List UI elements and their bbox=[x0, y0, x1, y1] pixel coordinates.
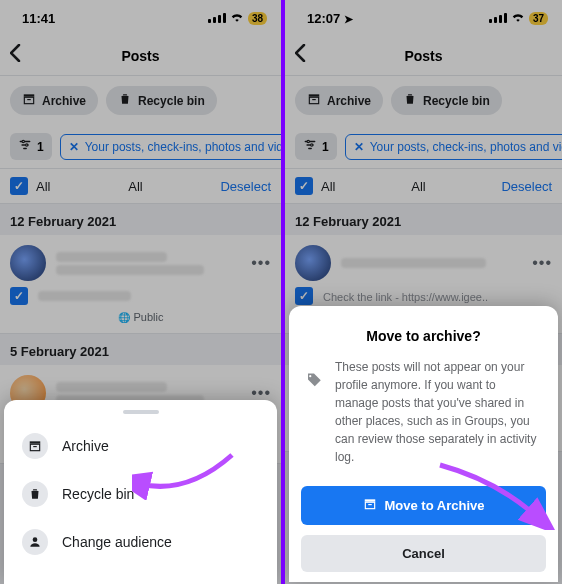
select-all-checkbox[interactable]: ✓ bbox=[295, 177, 313, 195]
filter-icon bbox=[303, 138, 317, 155]
post-privacy: Public bbox=[134, 311, 164, 323]
post-subtext: Check the link - https://www.igee.. bbox=[323, 291, 552, 303]
post-content bbox=[56, 249, 241, 278]
svg-rect-16 bbox=[368, 504, 372, 505]
phone-left: 11:41 38 Posts bbox=[0, 0, 281, 584]
svg-rect-11 bbox=[312, 99, 316, 100]
archive-icon bbox=[22, 92, 36, 109]
trash-icon bbox=[403, 92, 417, 109]
svg-rect-10 bbox=[309, 97, 318, 103]
pill-bar: Archive Recycle bin bbox=[285, 76, 562, 125]
deselect-link[interactable]: Deselect bbox=[501, 179, 552, 194]
post-checkbox[interactable]: ✓ bbox=[295, 287, 313, 305]
status-time: 11:41 bbox=[22, 11, 55, 26]
filter-chip-label: Your posts, check-ins, photos and videos bbox=[370, 140, 562, 154]
back-button[interactable] bbox=[295, 44, 319, 67]
filter-button[interactable]: 1 bbox=[10, 133, 52, 160]
close-icon[interactable]: ✕ bbox=[354, 140, 364, 154]
svg-rect-15 bbox=[365, 502, 374, 508]
svg-rect-0 bbox=[24, 94, 35, 96]
archive-icon bbox=[363, 497, 377, 514]
filter-chip[interactable]: ✕ Your posts, check-ins, photos and vide… bbox=[60, 134, 281, 160]
dialog-title: Move to archive? bbox=[301, 328, 546, 344]
sheet-audience-label: Change audience bbox=[62, 534, 172, 550]
back-button[interactable] bbox=[10, 44, 34, 67]
sheet-archive[interactable]: Archive bbox=[4, 422, 277, 470]
svg-point-13 bbox=[311, 144, 313, 146]
sheet-recycle-label: Recycle bin bbox=[62, 486, 134, 502]
cancel-button-label: Cancel bbox=[402, 546, 445, 561]
svg-rect-2 bbox=[27, 99, 31, 100]
filter-bar: 1 ✕ Your posts, check-ins, photos and vi… bbox=[0, 125, 281, 169]
post-content bbox=[341, 255, 522, 271]
date-header: 12 February 2021 bbox=[0, 204, 281, 235]
svg-point-8 bbox=[33, 537, 38, 542]
post-card: ••• ✓ 🌐 Public bbox=[0, 235, 281, 334]
sheet-recycle[interactable]: Recycle bin bbox=[4, 470, 277, 518]
pill-bar: Archive Recycle bin bbox=[0, 76, 281, 125]
date-header: 12 February 2021 bbox=[285, 204, 562, 235]
page-header: Posts bbox=[285, 36, 562, 76]
page-title: Posts bbox=[319, 48, 552, 64]
svg-rect-1 bbox=[24, 97, 33, 103]
archive-pill-label: Archive bbox=[327, 94, 371, 108]
signal-icon bbox=[489, 13, 507, 23]
recycle-pill[interactable]: Recycle bin bbox=[106, 86, 217, 115]
svg-rect-6 bbox=[30, 444, 39, 450]
filter-bar: 1 ✕ Your posts, check-ins, photos and vi… bbox=[285, 125, 562, 169]
filter-button[interactable]: 1 bbox=[295, 133, 337, 160]
select-all-center[interactable]: All bbox=[411, 179, 425, 194]
filter-chip-label: Your posts, check-ins, photos and videos bbox=[85, 140, 281, 154]
post-checkbox[interactable]: ✓ bbox=[10, 287, 28, 305]
archive-pill[interactable]: Archive bbox=[10, 86, 98, 115]
close-icon[interactable]: ✕ bbox=[69, 140, 79, 154]
signal-icon bbox=[208, 13, 226, 23]
archive-icon bbox=[22, 433, 48, 459]
status-time: 12:07 ➤ bbox=[307, 11, 353, 26]
confirm-dialog: Move to archive? These posts will not ap… bbox=[289, 306, 558, 582]
archive-pill[interactable]: Archive bbox=[295, 86, 383, 115]
select-all-label: All bbox=[321, 179, 335, 194]
dialog-description: These posts will not appear on your prof… bbox=[335, 358, 542, 466]
trash-icon bbox=[118, 92, 132, 109]
sheet-audience[interactable]: Change audience bbox=[4, 518, 277, 566]
deselect-link[interactable]: Deselect bbox=[220, 179, 271, 194]
wifi-icon bbox=[511, 11, 525, 25]
action-sheet: Archive Recycle bin Change audience bbox=[4, 400, 277, 584]
svg-point-12 bbox=[307, 140, 309, 142]
select-all-label: All bbox=[36, 179, 50, 194]
primary-button-label: Move to Archive bbox=[385, 498, 485, 513]
date-header: 5 February 2021 bbox=[0, 334, 281, 365]
filter-icon bbox=[18, 138, 32, 155]
archive-icon bbox=[307, 92, 321, 109]
filter-chip[interactable]: ✕ Your posts, check-ins, photos and vide… bbox=[345, 134, 562, 160]
wifi-icon bbox=[230, 11, 244, 25]
svg-point-4 bbox=[26, 144, 28, 146]
svg-rect-7 bbox=[33, 446, 37, 447]
svg-rect-5 bbox=[30, 441, 41, 443]
phone-right: 12:07 ➤ 37 Posts bbox=[281, 0, 562, 584]
post-menu-button[interactable]: ••• bbox=[532, 254, 552, 272]
svg-rect-9 bbox=[309, 94, 320, 96]
battery-badge: 37 bbox=[529, 12, 548, 25]
location-icon: ➤ bbox=[344, 13, 353, 25]
cancel-button[interactable]: Cancel bbox=[301, 535, 546, 572]
drag-handle[interactable] bbox=[123, 410, 159, 414]
status-bar: 11:41 38 bbox=[0, 0, 281, 36]
archive-pill-label: Archive bbox=[42, 94, 86, 108]
status-bar: 12:07 ➤ 37 bbox=[285, 0, 562, 36]
battery-badge: 38 bbox=[248, 12, 267, 25]
recycle-pill[interactable]: Recycle bin bbox=[391, 86, 502, 115]
select-all-center[interactable]: All bbox=[128, 179, 142, 194]
globe-icon: 🌐 bbox=[118, 312, 130, 323]
page-header: Posts bbox=[0, 36, 281, 76]
post-menu-button[interactable]: ••• bbox=[251, 254, 271, 272]
trash-icon bbox=[22, 481, 48, 507]
move-to-archive-button[interactable]: Move to Archive bbox=[301, 486, 546, 525]
recycle-pill-label: Recycle bin bbox=[138, 94, 205, 108]
page-title: Posts bbox=[34, 48, 271, 64]
selection-bar: ✓ All All Deselect bbox=[285, 169, 562, 204]
svg-point-3 bbox=[22, 140, 24, 142]
audience-icon bbox=[22, 529, 48, 555]
select-all-checkbox[interactable]: ✓ bbox=[10, 177, 28, 195]
